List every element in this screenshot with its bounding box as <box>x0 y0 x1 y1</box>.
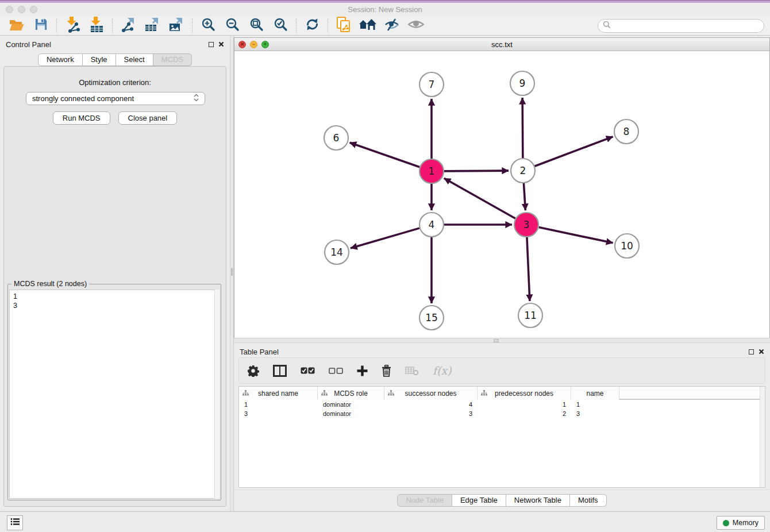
table-scrollbar[interactable] <box>760 387 765 487</box>
zoom-selected-button[interactable] <box>271 17 290 34</box>
edge-1-to-2[interactable] <box>444 171 509 171</box>
table-cell: 1 <box>478 400 571 409</box>
zoom-out-button[interactable] <box>222 17 242 34</box>
hide-graphics-icon <box>384 18 400 34</box>
zoom-in-icon <box>201 17 215 34</box>
refresh-layout-button[interactable] <box>302 17 322 34</box>
column-layout-icon[interactable] <box>273 365 287 377</box>
show-all-networks-icon <box>359 18 377 33</box>
export-image-button[interactable] <box>167 17 186 34</box>
mcds-result-line: 3 <box>13 301 215 310</box>
float-panel-icon[interactable] <box>209 42 214 47</box>
edge-4-to-14[interactable] <box>351 228 419 248</box>
column-header-shared-name[interactable]: shared name <box>239 387 318 400</box>
table-row[interactable]: 1dominator411 <box>239 400 765 409</box>
zoom-fit-button[interactable] <box>247 17 266 34</box>
tab-edge-table[interactable]: Edge Table <box>452 494 506 507</box>
hide-graphics-button[interactable] <box>382 17 402 34</box>
show-graphics-button[interactable] <box>406 17 426 34</box>
table-cell: dominator <box>318 409 384 418</box>
import-table-button[interactable] <box>87 17 106 34</box>
status-bar: Memory <box>0 511 770 532</box>
graph-node-label: 3 <box>523 219 530 230</box>
tab-motifs[interactable]: Motifs <box>570 494 607 507</box>
edge-2-to-3[interactable] <box>523 183 525 210</box>
app-title: Session: New Session <box>0 5 770 14</box>
table-tabs-bar: Node TableEdge TableNetwork TableMotifs <box>234 489 770 511</box>
gear-icon[interactable] <box>247 365 259 377</box>
network-canvas[interactable]: 7968124314101511 <box>234 51 769 338</box>
zoom-in-button[interactable] <box>198 17 218 34</box>
toolbar-separator <box>328 18 328 33</box>
close-panel-button[interactable]: Close panel <box>118 111 178 125</box>
toolbar-separator <box>112 18 113 33</box>
network-window-titlebar[interactable]: ✕ − + scc.txt <box>234 38 769 51</box>
tab-style[interactable]: Style <box>83 53 116 66</box>
new-network-button[interactable] <box>334 17 353 34</box>
control-panel: Control Panel NetworkStyleSelectMCDS Opt… <box>0 36 230 511</box>
close-panel-icon[interactable] <box>218 39 224 49</box>
tree-hierarchy-icon <box>242 390 249 398</box>
memory-button[interactable]: Memory <box>717 516 765 530</box>
show-all-networks-button[interactable] <box>358 17 378 34</box>
import-network-button[interactable] <box>63 17 82 34</box>
application-window: Session: New Session <box>0 0 770 532</box>
graph-node-label: 10 <box>621 240 633 252</box>
node-table: shared nameMCDS rolesuccessor nodesprede… <box>238 386 765 488</box>
select-all-icon[interactable] <box>301 367 315 374</box>
edge-1-to-6[interactable] <box>350 142 420 167</box>
open-session-button[interactable] <box>7 17 26 34</box>
delete-table-icon[interactable] <box>405 366 419 376</box>
toolbar-separator <box>296 18 297 33</box>
control-panel-title: Control Panel <box>6 40 51 49</box>
edge-3-to-10[interactable] <box>539 228 613 243</box>
edge-2-to-9[interactable] <box>522 98 523 158</box>
function-builder-icon[interactable]: f(x) <box>433 364 452 377</box>
column-header-predecessor-nodes[interactable]: predecessor nodes <box>478 387 571 400</box>
close-panel-icon[interactable] <box>759 346 764 357</box>
toolbar-separator <box>192 18 192 33</box>
export-network-button[interactable] <box>118 17 138 34</box>
tab-network[interactable]: Network <box>38 53 83 66</box>
mcds-result-textarea[interactable]: 13 <box>9 290 220 499</box>
vertical-splitter[interactable] <box>230 36 234 511</box>
task-history-button[interactable] <box>7 515 23 530</box>
graph-node-label: 14 <box>330 246 343 258</box>
column-header-name[interactable]: name <box>571 387 619 400</box>
horizontal-splitter[interactable] <box>234 338 770 343</box>
table-header-row: shared nameMCDS rolesuccessor nodesprede… <box>239 387 765 400</box>
export-image-icon <box>168 17 184 34</box>
splitter-handle[interactable] <box>231 268 233 276</box>
main-toolbar <box>0 16 770 36</box>
control-panel-tabs: NetworkStyleSelectMCDS <box>0 53 230 66</box>
tab-select[interactable]: Select <box>116 53 153 66</box>
graph-node-label: 4 <box>429 219 435 230</box>
export-table-button[interactable] <box>143 17 162 34</box>
deselect-all-icon[interactable] <box>329 368 343 374</box>
graph-node-label: 2 <box>520 165 526 176</box>
tab-mcds[interactable]: MCDS <box>153 53 192 66</box>
delete-icon[interactable] <box>382 365 391 377</box>
edge-3-to-11[interactable] <box>527 237 530 301</box>
column-header-successor-nodes[interactable]: successor nodes <box>384 387 478 400</box>
edge-2-to-8[interactable] <box>535 137 613 166</box>
column-header-MCDS-role[interactable]: MCDS role <box>318 387 384 400</box>
table-row[interactable]: 3dominator323 <box>239 409 765 418</box>
optimization-criterion-dropdown[interactable]: strongly connected component <box>26 92 205 105</box>
splitter-handle[interactable] <box>494 339 499 342</box>
tab-node-table[interactable]: Node Table <box>397 494 452 507</box>
tree-hierarchy-icon <box>481 390 487 398</box>
add-icon[interactable] <box>357 365 368 376</box>
run-mcds-button[interactable]: Run MCDS <box>53 111 110 125</box>
save-session-button[interactable] <box>31 17 51 34</box>
export-table-icon <box>144 17 160 34</box>
table-cell: 2 <box>478 409 571 418</box>
tab-network-table[interactable]: Network Table <box>506 494 570 507</box>
mcds-result-group: MCDS result (2 nodes) 13 <box>7 284 221 500</box>
search-input[interactable] <box>598 19 764 33</box>
result-scrollbar[interactable] <box>214 290 220 499</box>
graph-node-label: 7 <box>429 79 435 90</box>
float-panel-icon[interactable] <box>749 349 754 354</box>
export-network-icon <box>120 17 136 34</box>
edge-3-to-1[interactable] <box>444 178 515 218</box>
